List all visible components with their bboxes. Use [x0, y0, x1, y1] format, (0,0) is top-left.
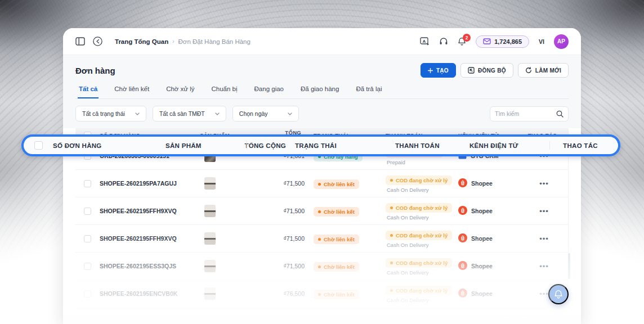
next-page-button[interactable]: > [539, 316, 549, 324]
balance-pill[interactable]: 1,724,865 [476, 35, 529, 48]
tab-đã-giao-hàng[interactable]: Đã giao hàng [299, 86, 340, 98]
table-row[interactable]: SHOPEE-2602195FFH9XVQ ₫71,500 Chờ liên k… [75, 225, 568, 253]
topbar: Trang Tổng Quan › Đơn Đặt Hàng Bán Hàng … [63, 28, 581, 55]
column-divider [549, 141, 550, 150]
first-page-button[interactable]: |< [465, 316, 477, 324]
order-total: ₫71,500 [267, 208, 305, 214]
row-checkbox[interactable] [84, 263, 91, 270]
tab-chuẩn-bị[interactable]: Chuẩn bị [211, 86, 239, 98]
column-header-actions: THAO TÁC [546, 142, 618, 149]
status-badge: Chờ liên kết [314, 207, 359, 217]
tab-chờ-xử-lý[interactable]: Chờ xử lý [165, 86, 195, 98]
column-header-order-no: SỐ ĐƠN HÀNG [53, 142, 166, 149]
status-dot-icon [318, 238, 321, 241]
sync-button[interactable]: ĐỒNG BỘ [460, 63, 513, 78]
search-input[interactable] [495, 110, 556, 117]
prev-page-button[interactable]: < [485, 316, 495, 324]
row-actions-button[interactable]: ••• [539, 208, 549, 215]
status-dot-icon [318, 293, 321, 296]
status-filter-dropdown[interactable]: Tất cả trạng thái [75, 106, 146, 122]
filter-bar: Tất cả trạng thái Tất cả sàn TMĐT Chọn n… [63, 99, 581, 128]
order-total: ₫71,500 [267, 180, 305, 187]
create-button[interactable]: TẠO [421, 63, 456, 78]
row-actions-button[interactable]: ••• [539, 263, 549, 270]
row-checkbox[interactable] [84, 208, 91, 215]
svg-text:S: S [462, 265, 463, 268]
payment-method: Cash On Delivery [386, 214, 453, 220]
pagination-bar: 10 rows/page |< < 1 2 > >| [75, 313, 569, 324]
order-number[interactable]: SHOPEE-2602195ENCVB0K [100, 290, 200, 297]
svg-text:A: A [423, 39, 426, 44]
column-header-payment: THANH TOÁN [390, 142, 464, 149]
payment-dot-icon [390, 179, 393, 182]
product-thumbnail[interactable] [204, 205, 216, 217]
channel-name: Shopee [471, 263, 493, 269]
notification-count-badge: 2 [463, 34, 471, 42]
table-row[interactable]: SHOPEE-2602195FFH9XVQ ₫71,500 Chờ liên k… [75, 197, 568, 225]
product-thumbnail[interactable] [204, 260, 216, 272]
tab-đã-trả-lại[interactable]: Đã trả lại [355, 86, 383, 98]
status-dot-icon [318, 183, 321, 186]
status-dot-icon [318, 210, 321, 213]
sidebar-toggle-icon [75, 37, 85, 46]
balance-value: 1,724,865 [494, 38, 522, 45]
floating-notification-button[interactable] [548, 284, 569, 304]
payment-dot-icon [390, 234, 393, 237]
payment-method: Cash On Delivery [386, 269, 453, 276]
breadcrumb-page[interactable]: Đơn Đặt Hàng Bán Hàng [178, 38, 251, 45]
tab-đang-giao[interactable]: Đang giao [253, 86, 285, 98]
chevron-down-icon [125, 320, 129, 322]
last-page-button[interactable]: >| [557, 316, 569, 324]
language-switcher[interactable]: VI [539, 38, 544, 45]
shopee-icon: S [458, 261, 467, 270]
product-thumbnail[interactable] [204, 287, 216, 300]
row-actions-button[interactable]: ••• [539, 290, 549, 298]
row-checkbox[interactable] [84, 290, 91, 298]
payment-badge: COD đang chờ xử lý [386, 286, 452, 295]
back-arrow-icon [93, 37, 102, 46]
order-total: ₫71,500 [267, 235, 305, 242]
status-badge: Chờ liên kết [314, 262, 359, 272]
translate-button[interactable]: A [420, 37, 430, 46]
tab-chờ-liên-kết[interactable]: Chờ liên kết [113, 86, 150, 98]
search-box [490, 106, 569, 122]
payment-badge: COD đang chờ xử lý [386, 258, 452, 268]
column-header-product: SẢN PHẨM [166, 142, 244, 149]
page-number-1[interactable]: 1 [503, 316, 513, 324]
date-filter-dropdown[interactable]: Chọn ngày [232, 106, 299, 122]
search-icon[interactable] [556, 110, 564, 118]
marketplace-filter-dropdown[interactable]: Tất cả sàn TMĐT [153, 106, 226, 122]
table-row[interactable]: SHOPEE-2602195ESS3QJS ₫71,500 Chờ liên k… [75, 253, 568, 280]
select-all-checkbox[interactable] [34, 141, 43, 150]
row-actions-button[interactable]: ••• [539, 235, 549, 242]
chevron-down-icon [135, 112, 140, 115]
support-button[interactable] [439, 37, 448, 46]
page-number-2[interactable]: 2 [521, 316, 531, 324]
table-scrollbar[interactable] [568, 253, 570, 279]
channel-name: Shopee [471, 235, 493, 242]
tab-tất-cả[interactable]: Tất cả [78, 86, 99, 98]
back-button[interactable] [93, 37, 102, 46]
breadcrumb-separator: › [172, 38, 174, 44]
translate-icon: A [420, 37, 430, 46]
order-number[interactable]: SHOPEE-2602195PA7AGUJ [100, 180, 200, 187]
order-number[interactable]: SHOPEE-2602195ESS3QJS [100, 263, 200, 269]
breadcrumb-current[interactable]: Trang Tổng Quan [115, 38, 168, 45]
order-number[interactable]: SHOPEE-2602195FFH9XVQ [100, 208, 200, 214]
avatar[interactable]: AP [554, 34, 569, 49]
order-number[interactable]: SHOPEE-2602195FFH9XVQ [100, 235, 200, 242]
channel-name: Shopee [471, 290, 493, 297]
sales-channel: S Shopee [458, 261, 520, 271]
sidebar-toggle-button[interactable] [75, 37, 85, 46]
rows-per-page-dropdown[interactable]: 10 rows/page [75, 313, 136, 324]
row-checkbox[interactable] [84, 235, 91, 242]
product-thumbnail[interactable] [204, 232, 216, 245]
row-actions-button[interactable]: ••• [539, 180, 549, 187]
channel-name: Shopee [471, 208, 493, 214]
screenshot-stage: Trang Tổng Quan › Đơn Đặt Hàng Bán Hàng … [0, 0, 644, 324]
product-thumbnail[interactable] [204, 177, 216, 190]
table-row[interactable]: SHOPEE-2602195PA7AGUJ ₫71,500 Chờ liên k… [75, 170, 568, 197]
refresh-button[interactable]: LÀM MỚI [518, 63, 569, 78]
row-checkbox[interactable] [84, 180, 91, 187]
table-row[interactable]: SHOPEE-2602195ENCVB0K ₫76,500 Chờ liên k… [75, 280, 568, 308]
